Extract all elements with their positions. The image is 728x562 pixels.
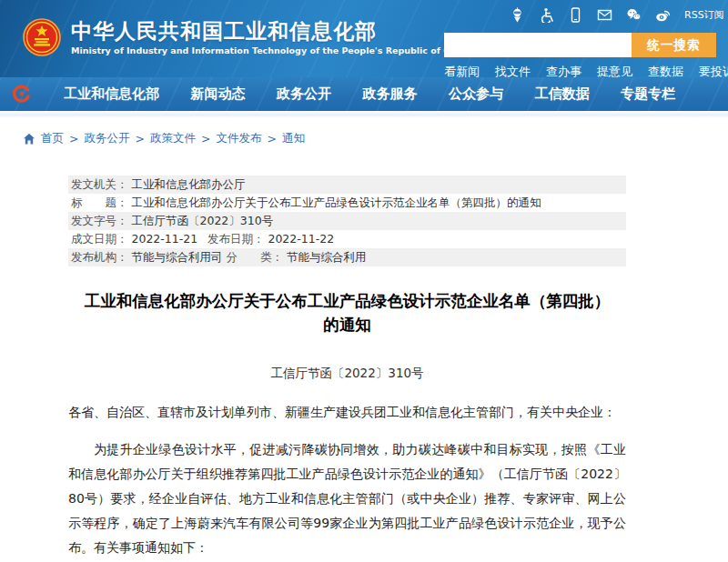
accessibility-icon[interactable] <box>539 7 554 23</box>
breadcrumb: 首页 > 政务公开 > 政策文件 > 文件发布 > 通知 <box>0 118 728 154</box>
mail-icon[interactable] <box>597 7 612 23</box>
nav-item-gov-services[interactable]: 政务服务 <box>363 85 418 103</box>
meta-row-title: 标 题： 工业和信息化部办公厅关于公布工业产品绿色设计示范企业名单（第四批）的通… <box>68 194 626 212</box>
header-icon-row: RSS订阅 <box>510 6 724 23</box>
meta-label: 标 题： <box>71 196 128 209</box>
breadcrumb-separator: > <box>201 132 210 146</box>
miit-logo-icon <box>13 85 31 103</box>
article-paragraph-intro: 为提升企业绿色设计水平，促进减污降碳协同增效，助力碳达峰碳中和目标实现，按照《工… <box>68 437 626 560</box>
site-subtitle: Ministry of Industry and Information Tec… <box>71 45 470 55</box>
site-header: 中华人民共和国工业和信息化部 Ministry of Industry and … <box>0 0 728 77</box>
meta-value: 节能与综合利用司 <box>131 250 222 264</box>
breadcrumb-separator: > <box>69 132 78 146</box>
nav-item-special-topics[interactable]: 专题专栏 <box>621 85 675 103</box>
nav-item-gov-disclosure[interactable]: 政务公开 <box>277 85 331 103</box>
meta-pair-category: 分 类： 节能与综合利用 <box>226 250 366 264</box>
nav-bottom-strip <box>0 111 728 118</box>
doc-meta-table: 发文机关： 工业和信息化部办公厅 标 题： 工业和信息化部办公厅关于公布工业产品… <box>68 176 626 266</box>
meta-row-publisher: 发布机构： 节能与综合利用司 分 类： 节能与综合利用 <box>68 248 626 266</box>
page: 中华人民共和国工业和信息化部 Ministry of Industry and … <box>0 0 728 562</box>
nav-item-news[interactable]: 新闻动态 <box>191 85 246 103</box>
meta-value: 工信厅节函〔2022〕310号 <box>131 214 273 227</box>
meta-pair-written-date: 成文日期： 2022-11-21 <box>71 230 204 248</box>
article-body: 各省、自治区、直辖市及计划单列市、新疆生产建设兵团工业和信息化主管部门，有关中央… <box>68 400 626 562</box>
breadcrumb-separator: > <box>135 132 144 146</box>
home-icon[interactable] <box>23 133 35 146</box>
nav-item-miit[interactable]: 工业和信息化部 <box>64 85 159 103</box>
nav-item-public-participation[interactable]: 公众参与 <box>449 85 503 103</box>
meta-value: 2022-11-21 <box>131 232 197 246</box>
breadcrumb-notice[interactable]: 通知 <box>282 131 305 146</box>
breadcrumb-policy-docs[interactable]: 政策文件 <box>150 131 196 146</box>
meta-row-issuing-agency: 发文机关： 工业和信息化部办公厅 <box>68 176 626 194</box>
document-content: 发文机关： 工业和信息化部办公厅 标 题： 工业和信息化部办公厅关于公布工业产品… <box>0 176 728 562</box>
meta-label: 成文日期： <box>71 232 128 246</box>
meta-pair-publish-date: 发布日期： 2022-11-22 <box>207 232 334 246</box>
national-emblem-icon <box>23 18 61 56</box>
meta-value: 工业和信息化部办公厅 <box>131 177 245 191</box>
meta-value: 节能与综合利用 <box>287 250 367 264</box>
weibo-icon[interactable] <box>655 7 671 23</box>
meta-label: 发文机关： <box>71 177 128 191</box>
meta-label: 发文字号： <box>71 214 128 227</box>
site-title: 中华人民共和国工业和信息化部 <box>71 19 470 43</box>
meta-value: 工业和信息化部办公厅关于公布工业产品绿色设计示范企业名单（第四批）的通知 <box>131 196 541 209</box>
meta-value: 2022-11-22 <box>268 232 334 246</box>
article-paragraph-salutation: 各省、自治区、直辖市及计划单列市、新疆生产建设兵团工业和信息化主管部门，有关中央… <box>68 400 626 425</box>
rss-subscribe-link[interactable]: RSS订阅 <box>684 8 724 22</box>
nav-item-data[interactable]: 工信数据 <box>535 85 590 103</box>
brand-text: 中华人民共和国工业和信息化部 Ministry of Industry and … <box>71 19 470 55</box>
search-bar: 统一搜索 <box>444 33 716 57</box>
wechat-icon[interactable] <box>626 7 642 23</box>
mobile-icon[interactable] <box>568 7 583 23</box>
meta-label: 发布日期： <box>207 232 265 246</box>
meta-label: 发布机构： <box>71 250 128 264</box>
mascot-icon[interactable] <box>510 7 525 23</box>
meta-pair-publisher: 发布机构： 节能与综合利用司 <box>71 248 222 266</box>
breadcrumb-doc-release[interactable]: 文件发布 <box>216 131 261 146</box>
breadcrumb-separator: > <box>267 132 276 146</box>
meta-row-dates: 成文日期： 2022-11-21 发布日期： 2022-11-22 <box>68 230 626 248</box>
site-brand[interactable]: 中华人民共和国工业和信息化部 Ministry of Industry and … <box>23 18 470 56</box>
meta-row-doc-number: 发文字号： 工信厅节函〔2022〕310号 <box>68 212 626 230</box>
main-nav: 工业和信息化部 新闻动态 政务公开 政务服务 公众参与 工信数据 专题专栏 <box>0 77 728 111</box>
article-title: 工业和信息化部办公厅关于公布工业产品绿色设计示范企业名单（第四批）的通知 <box>77 289 617 336</box>
meta-label: 分 类： <box>226 250 283 264</box>
breadcrumb-home[interactable]: 首页 <box>41 131 64 146</box>
breadcrumb-gov-disclosure[interactable]: 政务公开 <box>84 131 129 146</box>
search-button[interactable]: 统一搜索 <box>632 33 716 57</box>
article-doc-number: 工信厅节函〔2022〕310号 <box>68 366 626 382</box>
search-input[interactable] <box>444 33 632 57</box>
